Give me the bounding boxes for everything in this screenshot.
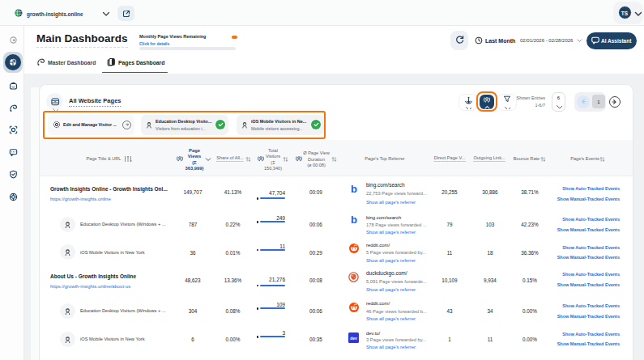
svg-text:b: b [351,184,357,194]
svg-text:dev: dev [350,336,357,341]
svg-text:b: b [351,215,357,225]
